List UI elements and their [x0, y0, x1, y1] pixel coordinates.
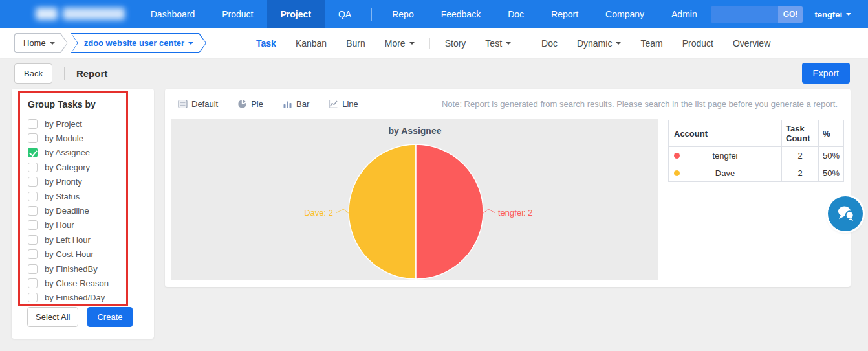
option-by-hour[interactable]: by Hour: [28, 218, 126, 232]
nav-item-project[interactable]: Project: [267, 0, 325, 28]
account-name: tengfei: [712, 151, 737, 161]
search-go-button[interactable]: GO!: [778, 6, 803, 23]
nav-item-report[interactable]: Report: [537, 0, 592, 28]
logo-blur: [36, 8, 58, 20]
report-note: Note: Report is generated from search re…: [442, 99, 843, 109]
callout-label-tengfei: tengfei: 2: [498, 208, 533, 218]
checkbox-icon[interactable]: [28, 133, 38, 143]
tab-product[interactable]: Product: [673, 28, 723, 58]
tab-doc[interactable]: Doc: [532, 28, 567, 58]
nav-item-doc[interactable]: Doc: [494, 0, 537, 28]
option-by-assignee[interactable]: by Assignee: [28, 146, 126, 160]
checkbox-icon[interactable]: [28, 249, 38, 259]
chart-type-toolbar: Default Pie Bar Line Note: Re: [165, 89, 851, 119]
page-header: Back Report Export: [0, 58, 868, 89]
option-by-module[interactable]: by Module: [28, 131, 126, 145]
callout-line-tengfei: [483, 209, 495, 214]
logo-blur: [63, 8, 125, 20]
view-default-button[interactable]: Default: [173, 96, 223, 112]
checkbox-icon[interactable]: [28, 264, 38, 274]
pie-slice-dave[interactable]: [349, 144, 416, 279]
option-by-left-hour[interactable]: by Left Hour: [28, 232, 126, 247]
nav-item-product[interactable]: Product: [208, 0, 266, 28]
checkbox-icon[interactable]: [28, 119, 38, 129]
checkbox-icon[interactable]: [28, 278, 38, 288]
tab-story[interactable]: Story: [435, 28, 476, 58]
create-button[interactable]: Create: [87, 307, 132, 327]
account-cell: Dave: [669, 164, 782, 182]
tab-task[interactable]: Task: [246, 28, 286, 58]
task-count-cell: 2: [782, 164, 819, 182]
tab-kanban[interactable]: Kanban: [286, 28, 336, 58]
top-navbar: Dashboard Product Project QA Repo Feedba…: [0, 0, 868, 28]
percent-cell: 50%: [819, 164, 844, 182]
table-row: Dave 2 50%: [669, 164, 844, 182]
option-by-finishedby[interactable]: by FinishedBy: [28, 262, 126, 276]
chat-fab-button[interactable]: [828, 196, 863, 231]
table-row: tengfei 2 50%: [669, 147, 844, 164]
option-label: by FinishedBy: [45, 264, 98, 274]
nav-item-feedback[interactable]: Feedback: [428, 0, 494, 28]
option-by-cost-hour[interactable]: by Cost Hour: [28, 247, 126, 262]
percent-cell: 50%: [819, 147, 844, 164]
checkbox-icon[interactable]: [28, 192, 38, 201]
option-by-priority[interactable]: by Priority: [28, 175, 126, 189]
caret-down-icon: [506, 42, 511, 45]
view-pie-button[interactable]: Pie: [232, 96, 268, 112]
caret-down-icon: [50, 42, 55, 45]
option-label: by Cost Hour: [45, 249, 94, 259]
checkbox-icon[interactable]: [28, 163, 38, 172]
option-by-deadline[interactable]: by Deadline: [28, 203, 126, 218]
caret-down-icon: [846, 13, 851, 16]
tab-team[interactable]: Team: [631, 28, 672, 58]
option-label: by Deadline: [45, 206, 89, 216]
option-by-close-reason[interactable]: by Close Reason: [28, 276, 126, 290]
option-by-category[interactable]: by Category: [28, 160, 126, 174]
view-line-button[interactable]: Line: [323, 96, 363, 112]
caret-down-icon: [616, 42, 621, 45]
breadcrumb-project[interactable]: zdoo website user center: [71, 33, 206, 53]
breadcrumb-home-label: Home: [14, 38, 68, 48]
option-label: by Priority: [45, 177, 82, 187]
option-label: by Module: [45, 133, 83, 143]
option-by-project[interactable]: by Project: [28, 117, 126, 131]
user-menu[interactable]: tengfei: [814, 10, 851, 19]
checkbox-icon[interactable]: [28, 148, 38, 157]
bar-icon: [283, 99, 292, 109]
app-logo[interactable]: [36, 6, 65, 23]
checkbox-icon[interactable]: [28, 220, 38, 230]
column-header-account: Account: [669, 120, 782, 147]
back-button[interactable]: Back: [14, 63, 52, 84]
nav-item-dashboard[interactable]: Dashboard: [137, 0, 209, 28]
view-bar-button[interactable]: Bar: [277, 96, 314, 112]
nav-item-qa[interactable]: QA: [325, 0, 365, 28]
report-panel: Default Pie Bar Line Note: Re: [165, 89, 851, 287]
navbar-right: GO! tengfei: [711, 6, 851, 23]
tab-burn[interactable]: Burn: [336, 28, 375, 58]
option-label: by Status: [45, 192, 80, 201]
option-by-status[interactable]: by Status: [28, 189, 126, 203]
module-tabs: Task Kanban Burn More Story Test Doc Dyn…: [246, 28, 780, 58]
list-icon: [178, 99, 188, 109]
pie-slice-tengfei[interactable]: [416, 144, 483, 279]
tab-overview[interactable]: Overview: [723, 28, 780, 58]
option-by-finished-day[interactable]: by Finished/Day: [28, 291, 126, 305]
tab-separator: [526, 38, 526, 49]
checkbox-icon[interactable]: [28, 235, 38, 245]
nav-item-admin[interactable]: Admin: [658, 0, 711, 28]
select-all-button[interactable]: Select All: [27, 307, 78, 327]
tab-test[interactable]: Test: [475, 28, 521, 58]
checkbox-icon[interactable]: [28, 206, 38, 216]
sub-navbar: Home zdoo website user center Task Kanba…: [0, 28, 868, 58]
tab-dynamic[interactable]: Dynamic: [567, 28, 631, 58]
breadcrumb-home[interactable]: Home: [14, 33, 68, 53]
export-button[interactable]: Export: [802, 63, 850, 84]
group-tasks-title: Group Tasks by: [28, 99, 126, 109]
nav-item-company[interactable]: Company: [592, 0, 658, 28]
checkbox-icon[interactable]: [28, 293, 38, 302]
checkbox-icon[interactable]: [28, 177, 38, 187]
view-pie-label: Pie: [251, 99, 263, 109]
tab-more[interactable]: More: [375, 28, 424, 58]
nav-item-repo[interactable]: Repo: [378, 0, 427, 28]
global-search-input[interactable]: [711, 6, 778, 23]
